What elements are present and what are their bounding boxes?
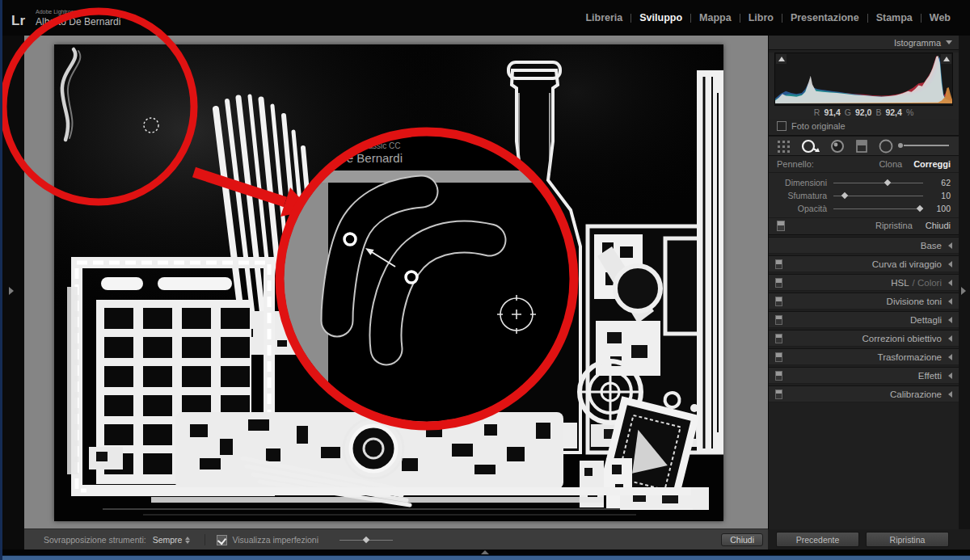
panel-switch-icon[interactable] [775, 352, 782, 362]
reset-button[interactable]: Ripristina [866, 532, 949, 547]
feather-slider-row: Sfumatura 10 [769, 189, 959, 202]
collapse-triangle-icon [948, 354, 952, 360]
window-edge [0, 555, 970, 560]
clone-mode-button[interactable]: Clona [879, 159, 902, 169]
window-edge-left [0, 0, 2, 560]
panel-detail[interactable]: Dettagli [769, 311, 959, 328]
toolbar-divider [205, 534, 205, 545]
right-edge-strip[interactable] [958, 36, 970, 529]
visualize-spots-label: Visualizza imperfezioni [232, 535, 318, 545]
adjustment-brush-icon[interactable] [898, 143, 949, 148]
module-libro[interactable]: Libro [740, 12, 782, 23]
panel-switch-icon[interactable] [775, 334, 782, 343]
original-photo-row[interactable]: Foto originale [769, 119, 959, 133]
visualize-threshold-slider[interactable] [340, 536, 393, 544]
collapse-triangle-icon [948, 280, 952, 286]
radial-filter-icon[interactable] [880, 140, 892, 152]
original-photo-checkbox[interactable] [777, 121, 787, 131]
right-panel: Istogramma R91,4 G92,0 B92,4 % Foto orig… [768, 36, 959, 529]
title-bar: Lr Adobe Lightroom Classic CC Alberto De… [0, 0, 970, 36]
panel-switch-icon[interactable] [775, 371, 782, 381]
filmstrip-collapsed[interactable] [0, 549, 970, 555]
close-tool-button[interactable]: Chiudi [926, 221, 951, 230]
footer-right: Precedente Ripristina [768, 529, 970, 549]
collapse-triangle-icon [948, 298, 952, 305]
lightroom-window: Lr Adobe Lightroom Classic CC Alberto De… [0, 0, 970, 560]
opacity-slider[interactable] [833, 204, 923, 213]
collapse-triangle-icon [948, 335, 952, 342]
panel-hsl-color[interactable]: HSL/ Colori [769, 274, 959, 291]
panel-lens-corrections[interactable]: Correzioni obiettivo [769, 330, 959, 347]
original-photo-label: Foto originale [791, 121, 846, 131]
left-panel-collapsed[interactable] [0, 36, 24, 549]
rgb-readout: R91,4 G92,0 B92,4 % [769, 106, 959, 119]
visualize-spots-checkbox[interactable] [217, 535, 227, 545]
histogram[interactable] [774, 53, 953, 106]
panel-base[interactable]: Base [769, 237, 959, 254]
collapse-right-panel-icon[interactable] [961, 287, 966, 295]
feather-slider[interactable] [833, 192, 923, 200]
slider-knob[interactable] [916, 205, 922, 212]
panel-transform[interactable]: Trasformazione [769, 348, 959, 365]
updown-arrows-icon [185, 537, 190, 544]
tool-overlay-label: Sovrapposizione strumenti: [44, 535, 146, 545]
heal-mode-button[interactable]: Correggi [913, 159, 951, 169]
photo-canvas[interactable]: BANFI [54, 44, 723, 521]
panel-calibration[interactable]: Calibrazione [769, 385, 959, 402]
shadow-clipping-indicator[interactable] [776, 54, 787, 64]
reset-button[interactable]: Ripristina [875, 221, 913, 230]
graduated-filter-icon[interactable] [857, 141, 867, 152]
panel-switch-icon[interactable] [775, 389, 782, 399]
visualize-spots-image: BANFI [54, 44, 723, 521]
panel-tone-curve[interactable]: Curva di viraggio [769, 255, 959, 272]
tool-strip [769, 136, 959, 156]
app-name: Adobe Lightroom Classic CC [36, 9, 108, 15]
module-stampa[interactable]: Stampa [868, 12, 921, 23]
slider-knob[interactable] [841, 192, 848, 199]
red-eye-tool-icon[interactable] [832, 141, 843, 152]
identity-plate: Alberto De Bernardi [36, 16, 120, 27]
module-web[interactable]: Web [922, 12, 959, 23]
panel-switch-icon[interactable] [775, 278, 782, 288]
highlight-clipping-indicator[interactable] [941, 54, 951, 64]
slider-knob[interactable] [884, 179, 890, 186]
module-presentazione[interactable]: Presentazione [782, 12, 867, 23]
panel-effects[interactable]: Effetti [769, 367, 959, 384]
collapse-triangle-icon [948, 261, 952, 267]
collapse-triangle-icon [948, 373, 952, 379]
module-libreria[interactable]: Libreria [577, 12, 630, 23]
module-sviluppo[interactable]: Sviluppo [631, 12, 690, 23]
lr-logo: Lr [11, 13, 25, 29]
collapse-triangle-icon [948, 317, 952, 323]
histogram-title: Istogramma [894, 38, 941, 48]
panel-switch-icon[interactable] [775, 297, 782, 306]
chevron-down-icon [946, 40, 952, 44]
panel-switch-icon[interactable] [775, 315, 782, 325]
spot-removal-tool-icon-active[interactable] [803, 141, 820, 152]
size-slider[interactable] [833, 179, 923, 187]
module-picker: Libreria Sviluppo Mappa Libro Presentazi… [577, 0, 959, 36]
size-slider-row: Dimensioni 62 [769, 176, 959, 189]
panel-split-toning[interactable]: Divisione toni [769, 293, 959, 309]
close-button[interactable]: Chiudi [721, 533, 763, 546]
opacity-slider-row: Opacità 100 [769, 202, 959, 215]
brush-label: Pennello: [777, 159, 814, 169]
spot-removal-panel: Pennello: Clona Correggi Dimensioni 62 S… [769, 156, 959, 235]
histogram-header[interactable]: Istogramma [769, 36, 959, 50]
expand-left-panel-icon[interactable] [9, 287, 14, 295]
collapse-triangle-icon [948, 391, 952, 398]
module-mappa[interactable]: Mappa [691, 12, 740, 23]
panel-switch-icon[interactable] [777, 221, 785, 231]
bottom-toolbar: Sovrapposizione strumenti: Sempre Visual… [24, 528, 768, 550]
tool-overlay-dropdown[interactable]: Sempre [153, 535, 191, 545]
collapse-triangle-icon [948, 242, 952, 249]
panel-switch-icon[interactable] [775, 259, 782, 269]
expand-filmstrip-icon[interactable] [481, 550, 489, 554]
crop-tool-icon[interactable] [778, 141, 790, 153]
previous-button[interactable]: Precedente [776, 532, 859, 547]
